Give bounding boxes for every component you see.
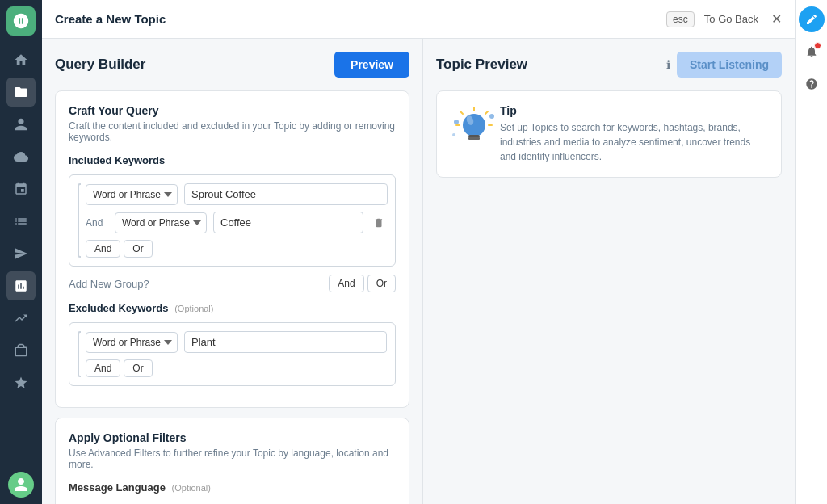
- sidebar-item-send[interactable]: [6, 239, 36, 268]
- excl-keyword-type-select[interactable]: Word or Phrase Hashtag Mention URL: [86, 332, 178, 353]
- go-back-label[interactable]: To Go Back: [704, 13, 758, 25]
- keyword-row-2: And Word or Phrase Hashtag Mention URL: [86, 212, 388, 233]
- svg-point-3: [463, 114, 485, 136]
- group-bracket: [78, 183, 81, 258]
- help-button[interactable]: [799, 71, 825, 97]
- excluded-keyword-group: Word or Phrase Hashtag Mention URL And: [69, 322, 396, 386]
- topbar: Create a New Topic esc To Go Back ✕: [42, 0, 795, 39]
- esc-badge: esc: [666, 11, 695, 27]
- left-panel: Query Builder Preview Craft Your Query C…: [42, 39, 423, 504]
- query-builder-title: Query Builder: [55, 57, 145, 73]
- sidebar-item-chart[interactable]: [6, 304, 36, 333]
- svg-rect-6: [468, 137, 480, 140]
- keyword-type-select-2[interactable]: Word or Phrase Hashtag Mention URL: [115, 212, 207, 233]
- excl-or-button[interactable]: Or: [124, 359, 152, 377]
- filters-subtitle: Use Advanced Filters to further refine y…: [69, 447, 396, 470]
- sidebar-item-user[interactable]: [6, 110, 36, 139]
- main-content: Create a New Topic esc To Go Back ✕ Quer…: [42, 0, 795, 504]
- tip-illustration: [450, 104, 489, 143]
- message-language-label: Message Language (Optional): [69, 481, 396, 494]
- craft-subtitle: Craft the content included and excluded …: [69, 120, 396, 143]
- craft-query-card: Craft Your Query Craft the content inclu…: [55, 90, 409, 408]
- info-icon[interactable]: ℹ: [666, 58, 670, 71]
- or-button[interactable]: Or: [124, 240, 152, 258]
- craft-title: Craft Your Query: [69, 104, 396, 117]
- optional-filters-card: Apply Optional Filters Use Advanced Filt…: [55, 418, 409, 504]
- sidebar-item-home[interactable]: [6, 45, 36, 74]
- panel-header: Query Builder Preview: [55, 52, 409, 78]
- page-title: Create a New Topic: [55, 12, 657, 26]
- excluded-optional-tag: (Optional): [174, 304, 213, 313]
- tip-title: Tip: [500, 104, 768, 117]
- excl-group-bracket-wrapper: Word or Phrase Hashtag Mention URL And: [78, 331, 387, 377]
- included-keywords-label: Included Keywords: [69, 154, 396, 166]
- sidebar-item-folder[interactable]: [6, 78, 36, 107]
- add-group-buttons: And Or: [329, 275, 396, 292]
- add-group-or-button[interactable]: Or: [367, 275, 396, 292]
- tip-content: Tip Set up Topics to search for keywords…: [500, 104, 768, 164]
- svg-point-2: [452, 133, 455, 136]
- excl-and-or-row: And Or: [86, 359, 387, 377]
- svg-line-9: [460, 111, 463, 114]
- keyword-type-select-1[interactable]: Word or Phrase Hashtag Mention URL: [86, 184, 178, 205]
- right-panel: Topic Preview ℹ Start Listening: [423, 39, 795, 504]
- sidebar-item-star[interactable]: [6, 368, 36, 397]
- and-button[interactable]: And: [86, 240, 120, 258]
- app-logo[interactable]: [6, 6, 36, 36]
- group-content: Word or Phrase Hashtag Mention URL And: [86, 183, 388, 258]
- excl-group-content: Word or Phrase Hashtag Mention URL And: [86, 331, 387, 377]
- content-area: Query Builder Preview Craft Your Query C…: [42, 39, 795, 504]
- message-language-optional: (Optional): [172, 483, 211, 493]
- add-group-and-button[interactable]: And: [329, 275, 363, 292]
- topic-preview-title: Topic Preview: [436, 57, 527, 73]
- sidebar-item-cloud[interactable]: [6, 142, 36, 171]
- included-keyword-group: Word or Phrase Hashtag Mention URL And: [69, 174, 396, 267]
- and-or-row: And Or: [86, 240, 388, 258]
- tip-text: Set up Topics to search for keywords, ha…: [500, 120, 768, 164]
- excluded-keywords-label: Excluded Keywords (Optional): [69, 302, 396, 314]
- start-listening-button[interactable]: Start Listening: [677, 52, 782, 78]
- svg-line-8: [485, 111, 488, 114]
- keyword-row-1: Word or Phrase Hashtag Mention URL: [86, 183, 388, 205]
- excl-group-bracket: [78, 331, 81, 377]
- excl-and-button[interactable]: And: [86, 359, 120, 377]
- sidebar: [0, 0, 42, 504]
- user-avatar[interactable]: [8, 472, 34, 498]
- preview-button[interactable]: Preview: [334, 52, 409, 78]
- excl-keyword-row-1: Word or Phrase Hashtag Mention URL: [86, 331, 387, 353]
- sidebar-item-pin[interactable]: [6, 174, 36, 204]
- right-panel-header: Topic Preview ℹ Start Listening: [436, 52, 782, 78]
- svg-point-0: [454, 120, 459, 124]
- tip-card: Tip Set up Topics to search for keywords…: [436, 90, 782, 178]
- sidebar-item-briefcase[interactable]: [6, 336, 36, 365]
- keyword-input-1[interactable]: [184, 183, 388, 205]
- close-icon[interactable]: ✕: [771, 11, 782, 27]
- svg-point-1: [489, 114, 494, 119]
- edit-button[interactable]: [799, 6, 825, 32]
- filters-title: Apply Optional Filters: [69, 431, 396, 444]
- and-connector: And: [86, 217, 108, 229]
- delete-keyword-button[interactable]: [370, 214, 388, 232]
- add-new-group-row: Add New Group? And Or: [69, 275, 396, 292]
- excl-keyword-input[interactable]: [184, 331, 387, 353]
- group-bracket-wrapper: Word or Phrase Hashtag Mention URL And: [78, 183, 387, 258]
- sidebar-item-list[interactable]: [6, 207, 36, 236]
- notifications-button[interactable]: [799, 39, 825, 65]
- add-group-label: Add New Group?: [69, 278, 149, 290]
- sidebar-item-analytics[interactable]: [6, 271, 36, 300]
- right-icon-bar: [795, 0, 827, 504]
- right-panel-actions: ℹ Start Listening: [666, 52, 782, 78]
- keyword-input-2[interactable]: [213, 212, 363, 233]
